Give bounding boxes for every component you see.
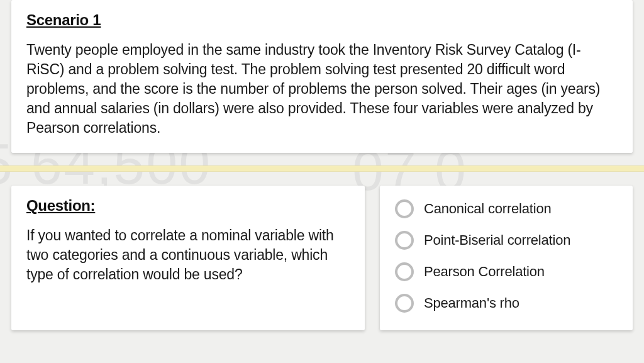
option-spearman[interactable]: Spearman's rho: [395, 294, 618, 313]
bottom-row: Question: If you wanted to correlate a n…: [0, 186, 644, 330]
scenario-card: Scenario 1 Twenty people employed in the…: [11, 0, 633, 153]
option-point-biserial[interactable]: Point-Biserial correlation: [395, 231, 618, 250]
question-body: If you wanted to correlate a nominal var…: [26, 226, 350, 284]
radio-icon: [395, 199, 414, 218]
option-canonical[interactable]: Canonical correlation: [395, 199, 618, 218]
scenario-body: Twenty people employed in the same indus…: [26, 40, 618, 138]
option-label: Spearman's rho: [424, 295, 519, 311]
scenario-heading: Scenario 1: [26, 11, 618, 29]
options-card: Canonical correlation Point-Biserial cor…: [380, 186, 633, 330]
option-label: Point-Biserial correlation: [424, 232, 570, 249]
radio-icon: [395, 231, 414, 250]
option-pearson[interactable]: Pearson Correlation: [395, 262, 618, 281]
radio-icon: [395, 294, 414, 313]
question-heading: Question:: [26, 197, 350, 215]
option-label: Canonical correlation: [424, 201, 551, 217]
question-card: Question: If you wanted to correlate a n…: [11, 186, 365, 330]
option-label: Pearson Correlation: [424, 264, 545, 280]
divider-band: [0, 165, 644, 172]
radio-icon: [395, 262, 414, 281]
